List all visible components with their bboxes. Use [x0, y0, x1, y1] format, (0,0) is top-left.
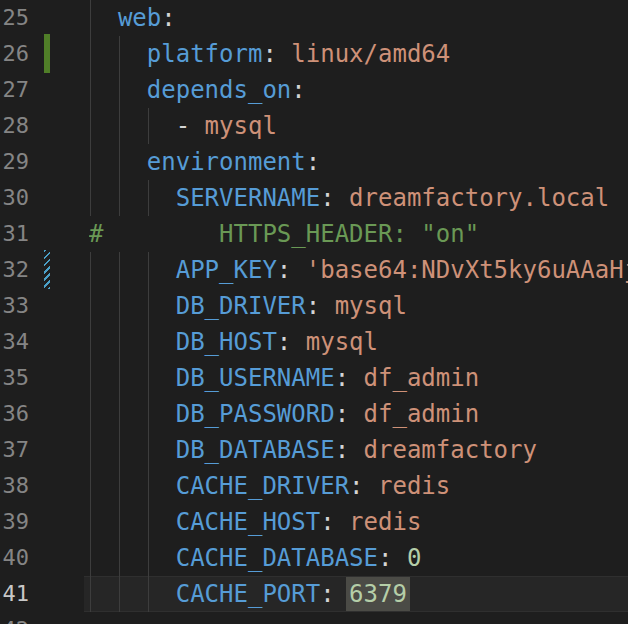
token-ws: [89, 472, 176, 500]
line-number[interactable]: 25: [0, 0, 29, 36]
line-number[interactable]: 26: [0, 36, 29, 72]
line-number[interactable]: 29: [0, 144, 29, 180]
code-line[interactable]: 25 web:: [0, 0, 628, 36]
token-com: # HTTPS_HEADER: "on": [89, 220, 479, 248]
line-number[interactable]: 32: [0, 252, 29, 288]
token-ws: [89, 292, 176, 320]
line-number[interactable]: 37: [0, 432, 29, 468]
code-line[interactable]: 32 APP_KEY: 'base64:NDvXt5ky6uAAaHj: [0, 252, 628, 288]
token-str: redis: [378, 472, 450, 500]
find-match-highlight: 6379: [346, 577, 410, 611]
code-content[interactable]: APP_KEY: 'base64:NDvXt5ky6uAAaHj: [89, 252, 628, 288]
token-key: DB_DRIVER: [176, 292, 306, 320]
token-str: mysql: [306, 328, 378, 356]
token-punct: :: [335, 364, 364, 392]
line-number[interactable]: 27: [0, 72, 29, 108]
git-gutter-indicator[interactable]: [44, 34, 50, 73]
token-str: linux/amd64: [291, 40, 450, 68]
code-content[interactable]: depends_on:: [89, 72, 628, 108]
token-ws: [89, 184, 176, 212]
token-ws: [89, 580, 176, 608]
code-line[interactable]: 30 SERVERNAME: dreamfactory.local: [0, 180, 628, 216]
token-str: df_admin: [364, 364, 480, 392]
yaml-code-editor[interactable]: 25 web: 26 platform: linux/amd64 27 depe…: [0, 0, 628, 624]
token-key: platform: [147, 40, 263, 68]
code-content[interactable]: SERVERNAME: dreamfactory.local: [89, 180, 628, 216]
token-ws: [89, 508, 176, 536]
code-line[interactable]: 38 CACHE_DRIVER: redis: [0, 468, 628, 504]
token-punct: :: [335, 436, 364, 464]
line-number[interactable]: 36: [0, 396, 29, 432]
code-line[interactable]: 40 CACHE_DATABASE: 0: [0, 540, 628, 576]
token-key: CACHE_DATABASE: [176, 544, 378, 572]
code-line[interactable]: 34 DB_HOST: mysql: [0, 324, 628, 360]
token-punct: :: [291, 76, 305, 104]
token-str: dreamfactory.local: [349, 184, 609, 212]
token-key: CACHE_DRIVER: [176, 472, 349, 500]
token-str: 'base64:NDvXt5ky6uAAaHj: [306, 256, 628, 284]
token-str: redis: [349, 508, 421, 536]
code-content[interactable]: # HTTPS_HEADER: "on": [89, 216, 628, 252]
token-punct: :: [306, 292, 335, 320]
token-punct: :: [320, 580, 349, 608]
code-line[interactable]: 28 - mysql: [0, 108, 628, 144]
line-number[interactable]: 38: [0, 468, 29, 504]
code-content[interactable]: - mysql: [89, 108, 628, 144]
code-content[interactable]: web:: [89, 0, 628, 36]
token-key: CACHE_PORT: [176, 580, 321, 608]
token-ws: [89, 76, 147, 104]
code-line[interactable]: 42: [0, 612, 628, 624]
line-number[interactable]: 30: [0, 180, 29, 216]
token-ws: [89, 256, 176, 284]
code-content[interactable]: DB_PASSWORD: df_admin: [89, 396, 628, 432]
token-key: DB_DATABASE: [176, 436, 335, 464]
code-line[interactable]: 41 CACHE_PORT: 6379: [0, 576, 628, 612]
code-content[interactable]: platform: linux/amd64: [89, 36, 628, 72]
code-line[interactable]: 33 DB_DRIVER: mysql: [0, 288, 628, 324]
token-ws: [89, 364, 176, 392]
line-number[interactable]: 34: [0, 324, 29, 360]
code-line[interactable]: 36 DB_PASSWORD: df_admin: [0, 396, 628, 432]
code-content[interactable]: CACHE_PORT: 6379: [89, 576, 628, 612]
code-content[interactable]: CACHE_HOST: redis: [89, 504, 628, 540]
code-content[interactable]: environment:: [89, 144, 628, 180]
code-line[interactable]: 31 # HTTPS_HEADER: "on": [0, 216, 628, 252]
token-ws: [89, 544, 176, 572]
token-punct: -: [176, 112, 205, 140]
token-str: mysql: [205, 112, 277, 140]
token-ws: [89, 436, 176, 464]
token-key: DB_USERNAME: [176, 364, 335, 392]
token-key: SERVERNAME: [176, 184, 321, 212]
code-content[interactable]: CACHE_DATABASE: 0: [89, 540, 628, 576]
token-punct: :: [262, 40, 291, 68]
token-punct: :: [335, 400, 364, 428]
line-number[interactable]: 40: [0, 540, 29, 576]
git-gutter-indicator[interactable]: [44, 250, 50, 289]
line-number[interactable]: 35: [0, 360, 29, 396]
code-line[interactable]: 29 environment:: [0, 144, 628, 180]
token-ws: [89, 148, 147, 176]
line-number[interactable]: 33: [0, 288, 29, 324]
line-number[interactable]: 42: [0, 612, 29, 624]
code-line[interactable]: 37 DB_DATABASE: dreamfactory: [0, 432, 628, 468]
code-content[interactable]: DB_DRIVER: mysql: [89, 288, 628, 324]
line-number[interactable]: 39: [0, 504, 29, 540]
line-number[interactable]: 28: [0, 108, 29, 144]
line-number[interactable]: 41: [0, 576, 29, 612]
code-line[interactable]: 26 platform: linux/amd64: [0, 36, 628, 72]
code-content[interactable]: DB_HOST: mysql: [89, 324, 628, 360]
code-line[interactable]: 35 DB_USERNAME: df_admin: [0, 360, 628, 396]
token-key: DB_HOST: [176, 328, 277, 356]
line-number[interactable]: 31: [0, 216, 29, 252]
token-ws: [89, 112, 176, 140]
token-key: APP_KEY: [176, 256, 277, 284]
token-punct: :: [161, 4, 175, 32]
code-line[interactable]: 27 depends_on:: [0, 72, 628, 108]
code-content[interactable]: DB_USERNAME: df_admin: [89, 360, 628, 396]
code-line[interactable]: 39 CACHE_HOST: redis: [0, 504, 628, 540]
token-punct: :: [277, 328, 306, 356]
code-content[interactable]: CACHE_DRIVER: redis: [89, 468, 628, 504]
code-content[interactable]: DB_DATABASE: dreamfactory: [89, 432, 628, 468]
token-key: web: [118, 4, 161, 32]
token-str: mysql: [335, 292, 407, 320]
